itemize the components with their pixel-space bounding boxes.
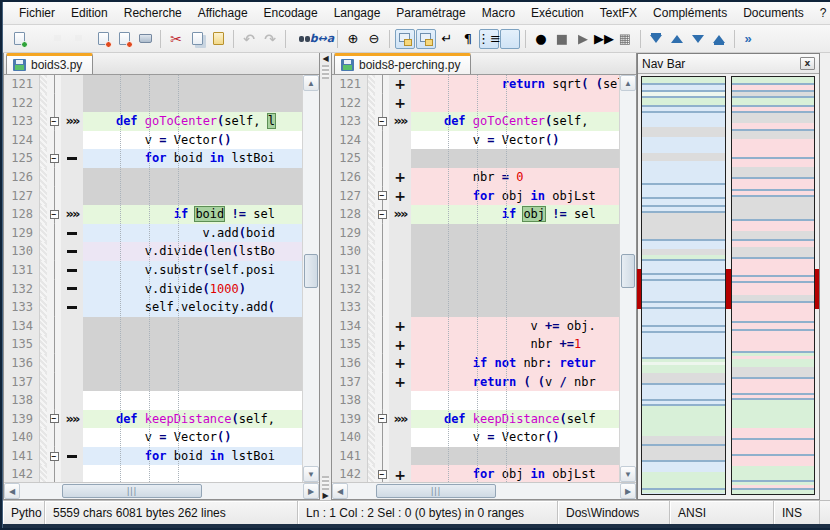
scroll-right-icon[interactable]: ▶: [303, 483, 319, 499]
sync-horizontal-icon[interactable]: [416, 29, 436, 49]
bookmark-margin[interactable]: [368, 298, 375, 317]
fold-collapse-icon[interactable]: −: [50, 117, 59, 126]
horizontal-scrollbar-right[interactable]: ◀ ||| ▶: [332, 482, 636, 499]
new-file-icon[interactable]: [9, 29, 29, 49]
fold-collapse-icon[interactable]: −: [50, 414, 59, 423]
bookmark-margin[interactable]: [368, 280, 375, 299]
bookmark-margin[interactable]: [40, 205, 47, 224]
fold-margin[interactable]: [47, 168, 61, 187]
bookmark-margin[interactable]: [40, 224, 47, 243]
code-area-right[interactable]: 121+ return sqrt( (sel122+123−»» def goT…: [332, 75, 619, 482]
bookmark-margin[interactable]: [368, 373, 375, 392]
bookmark-margin[interactable]: [40, 298, 47, 317]
menu-item-complments[interactable]: Compléments: [645, 3, 735, 23]
bookmark-margin[interactable]: [40, 335, 47, 354]
bookmark-margin[interactable]: [40, 242, 47, 261]
fold-margin[interactable]: [47, 373, 61, 392]
macro-record-icon[interactable]: ●: [531, 29, 551, 49]
scroll-thumb[interactable]: [304, 254, 318, 288]
fold-margin[interactable]: [375, 428, 389, 447]
scroll-left-icon[interactable]: ◀: [4, 483, 20, 499]
show-all-chars-icon[interactable]: ¶: [458, 29, 478, 49]
word-wrap-icon[interactable]: ↵: [437, 29, 457, 49]
bookmark-margin[interactable]: [368, 75, 375, 94]
fold-collapse-icon[interactable]: −: [378, 117, 387, 126]
tab-boids8-perching[interactable]: boids8-perching.py: [334, 53, 471, 74]
scroll-thumb[interactable]: |||: [62, 484, 202, 498]
fold-margin[interactable]: [47, 298, 61, 317]
diff-prev-icon[interactable]: [667, 29, 687, 49]
fold-margin[interactable]: [47, 75, 61, 94]
bookmark-margin[interactable]: [368, 410, 375, 429]
tab-boids3[interactable]: boids3.py: [6, 53, 93, 74]
bookmark-margin[interactable]: [40, 447, 47, 466]
menu-item-langage[interactable]: Langage: [326, 3, 389, 23]
fold-margin[interactable]: −: [47, 149, 61, 168]
pane-splitter[interactable]: ◀ ▶: [320, 53, 331, 500]
redo-icon[interactable]: ↷: [260, 29, 280, 49]
fold-margin[interactable]: [375, 317, 389, 336]
bookmark-margin[interactable]: [368, 317, 375, 336]
fold-margin[interactable]: [375, 447, 389, 466]
fold-margin[interactable]: [375, 373, 389, 392]
fold-margin[interactable]: [375, 224, 389, 243]
menu-item-paramtrage[interactable]: Paramétrage: [388, 3, 473, 23]
copy-icon[interactable]: [187, 29, 207, 49]
fold-margin[interactable]: −: [47, 410, 61, 429]
collapse-left-icon[interactable]: ◀: [322, 55, 328, 63]
fold-margin[interactable]: [47, 317, 61, 336]
nav-minimap-left[interactable]: [641, 76, 726, 495]
bookmark-margin[interactable]: [40, 410, 47, 429]
fold-margin[interactable]: [47, 94, 61, 113]
bookmark-margin[interactable]: [368, 149, 375, 168]
status-eol-format[interactable]: Dos\Windows: [558, 501, 670, 524]
fold-margin[interactable]: [375, 280, 389, 299]
fold-margin[interactable]: [375, 149, 389, 168]
fold-margin[interactable]: [47, 242, 61, 261]
menu-item-recherche[interactable]: Recherche: [116, 3, 190, 23]
fold-collapse-icon[interactable]: −: [378, 191, 387, 200]
vertical-scrollbar-right[interactable]: ▲ ▼: [619, 75, 636, 482]
fold-margin[interactable]: [47, 391, 61, 410]
bookmark-margin[interactable]: [368, 261, 375, 280]
bookmark-margin[interactable]: [40, 354, 47, 373]
fold-margin[interactable]: [47, 187, 61, 206]
fold-margin[interactable]: [375, 335, 389, 354]
bookmark-margin[interactable]: [40, 187, 47, 206]
diff-next-icon[interactable]: [688, 29, 708, 49]
fold-margin[interactable]: [375, 131, 389, 150]
scroll-down-icon[interactable]: ▼: [620, 466, 636, 482]
fold-margin[interactable]: [47, 354, 61, 373]
scroll-left-icon[interactable]: ◀: [332, 483, 348, 499]
status-encoding[interactable]: ANSI: [670, 501, 774, 524]
close-file-icon[interactable]: [93, 29, 113, 49]
bookmark-margin[interactable]: [368, 94, 375, 113]
fold-margin[interactable]: [375, 242, 389, 261]
overflow-chevron-icon[interactable]: »: [740, 29, 756, 49]
bookmark-margin[interactable]: [40, 373, 47, 392]
bookmark-margin[interactable]: [40, 75, 47, 94]
bookmark-margin[interactable]: [368, 112, 375, 131]
close-icon[interactable]: x: [800, 57, 815, 70]
replace-icon[interactable]: b↔a: [312, 29, 332, 49]
fold-collapse-icon[interactable]: −: [50, 154, 59, 163]
zoom-out-icon[interactable]: ⊖: [364, 29, 384, 49]
bookmark-margin[interactable]: [368, 465, 375, 482]
bookmark-margin[interactable]: [368, 187, 375, 206]
menu-item-textfx[interactable]: TextFX: [592, 3, 645, 23]
fold-margin[interactable]: [47, 261, 61, 280]
bookmark-margin[interactable]: [40, 465, 47, 482]
bookmark-margin[interactable]: [368, 428, 375, 447]
fold-margin[interactable]: −: [375, 410, 389, 429]
fold-margin[interactable]: [47, 280, 61, 299]
macro-run-multiple-icon[interactable]: ▶▶: [594, 29, 614, 49]
fold-collapse-icon[interactable]: −: [50, 452, 59, 461]
horizontal-scrollbar-left[interactable]: ◀ ||| ▶: [4, 482, 319, 499]
paste-icon[interactable]: [208, 29, 228, 49]
macro-save-icon[interactable]: ▦: [615, 29, 635, 49]
bookmark-margin[interactable]: [40, 149, 47, 168]
scroll-up-icon[interactable]: ▲: [620, 75, 636, 91]
menu-item-fichier[interactable]: Fichier: [11, 3, 63, 23]
save-file-icon[interactable]: [51, 29, 71, 49]
bookmark-margin[interactable]: [368, 335, 375, 354]
